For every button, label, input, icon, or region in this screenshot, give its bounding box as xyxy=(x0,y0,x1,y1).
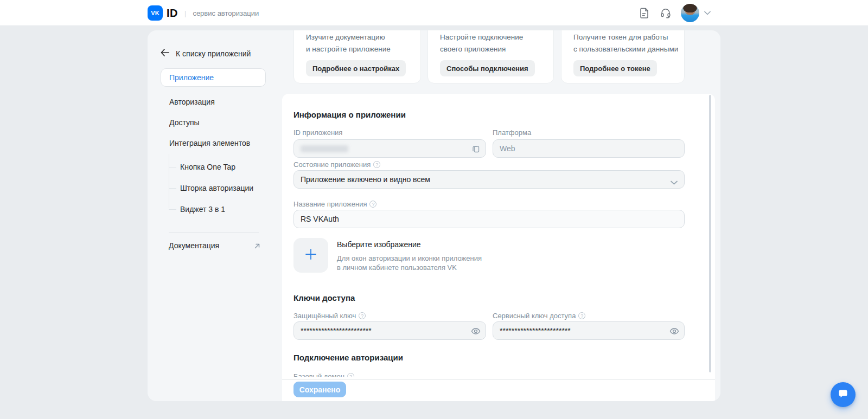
sidebar-item-one-tap-button[interactable]: Кнопка One Tap xyxy=(180,163,235,171)
back-to-apps-link[interactable]: К списку приложений xyxy=(161,49,251,58)
app-state-value: Приложение включено и видно всем xyxy=(301,175,430,184)
main-panel: К списку приложений Приложение Авторизац… xyxy=(148,30,720,401)
promo-card-connection: Настройте подключение своего приложения … xyxy=(427,30,554,83)
footer-divider xyxy=(282,379,715,380)
card-text: с пользовательскими данными xyxy=(573,45,678,53)
secure-key-label: Защищённый ключ xyxy=(293,312,366,320)
external-link-icon[interactable] xyxy=(254,242,260,252)
card-text: Изучите документацию xyxy=(306,33,385,41)
sidebar-item-documentation[interactable]: Документация xyxy=(169,241,219,250)
platform-label: Платформа xyxy=(493,128,531,137)
card-text: Получите токен для работы xyxy=(573,33,668,41)
vk-logo-text: VK xyxy=(151,10,159,16)
app-name-label: Название приложения xyxy=(293,200,376,208)
app-header: VK ID | сервис авторизации xyxy=(0,0,868,26)
service-key-label: Сервисный ключ доступа xyxy=(493,312,585,320)
token-details-button[interactable]: Подробнее о токене xyxy=(573,60,657,76)
copy-icon[interactable] xyxy=(471,144,481,154)
sidebar-item-integration[interactable]: Интеграция элементов xyxy=(169,139,250,147)
tree-connector-line xyxy=(169,154,169,208)
header-actions xyxy=(639,0,711,26)
chevron-down-icon[interactable] xyxy=(704,11,711,15)
sidebar-item-application[interactable]: Приложение xyxy=(161,68,266,87)
tree-connector-stub xyxy=(169,209,176,210)
section-title-access-keys: Ключи доступа xyxy=(293,293,355,302)
save-button[interactable]: Сохранено xyxy=(293,382,346,397)
app-settings-form: Информация о приложении ID приложения Пл… xyxy=(282,94,715,401)
sidebar-item-access[interactable]: Доступы xyxy=(169,118,200,127)
help-icon[interactable] xyxy=(369,201,376,208)
app-state-label: Состояние приложения xyxy=(293,160,380,169)
app-name-field[interactable] xyxy=(293,210,685,228)
clipped-field-label: Базовый домен xyxy=(293,372,510,377)
promo-card-settings: Изучите документацию и настройте приложе… xyxy=(293,30,421,83)
sidebar-divider xyxy=(169,232,259,233)
service-key-field[interactable]: ************************ xyxy=(493,321,685,340)
back-arrow-icon xyxy=(161,49,169,58)
card-text: своего приложения xyxy=(440,45,506,53)
section-title-app-info: Информация о приложении xyxy=(293,110,406,119)
platform-field[interactable] xyxy=(493,139,685,158)
section-title-auth-connection: Подключение авторизации xyxy=(293,353,403,362)
chat-support-button[interactable] xyxy=(831,382,856,407)
logo-group: VK ID | сервис авторизации xyxy=(148,0,259,26)
chat-bubble-icon xyxy=(837,388,849,402)
settings-details-button[interactable]: Подробнее о настройках xyxy=(306,60,406,76)
upload-title: Выберите изображение xyxy=(337,240,421,249)
headphones-icon[interactable] xyxy=(660,7,672,19)
vk-logo[interactable]: VK xyxy=(148,5,163,21)
help-icon[interactable] xyxy=(373,161,380,168)
sidebar-item-auth-sheet[interactable]: Шторка авторизации xyxy=(180,184,253,192)
eye-icon[interactable] xyxy=(669,326,679,336)
sidebar-item-authorization[interactable]: Авторизация xyxy=(169,98,215,106)
service-subtitle: сервис авторизации xyxy=(193,9,259,17)
secure-key-field[interactable]: ************************ xyxy=(293,321,486,340)
tree-connector-stub xyxy=(169,167,176,167)
sidebar-item-widget-3in1[interactable]: Виджет 3 в 1 xyxy=(180,205,225,214)
upload-description: в личном кабинете пользователя VK xyxy=(337,263,457,272)
service-key-value: ************************ xyxy=(500,326,571,335)
sidebar-item-label: Приложение xyxy=(169,73,214,82)
redacted-app-id-value xyxy=(301,145,348,152)
app-id-label: ID приложения xyxy=(293,128,342,137)
upload-description: Для окон авторизации и иконки приложения xyxy=(337,254,482,262)
avatar[interactable] xyxy=(681,4,699,22)
plus-icon xyxy=(304,247,318,263)
help-icon xyxy=(347,373,354,377)
help-icon[interactable] xyxy=(359,312,366,319)
app-state-select[interactable]: Приложение включено и видно всем xyxy=(293,170,685,189)
card-text: Настройте подключение xyxy=(440,33,523,41)
scrollbar-thumb[interactable] xyxy=(709,95,711,372)
tree-connector-stub xyxy=(169,188,176,189)
logo-separator: | xyxy=(184,9,186,17)
vk-id-logo-text: ID xyxy=(167,7,178,20)
app-id-field[interactable] xyxy=(293,139,486,158)
image-upload-tile[interactable] xyxy=(293,238,328,273)
secure-key-value: ************************ xyxy=(301,326,372,335)
connection-methods-button[interactable]: Способы подключения xyxy=(440,60,535,76)
promo-card-token: Получите токен для работы с пользователь… xyxy=(561,30,685,83)
eye-icon[interactable] xyxy=(471,326,481,336)
card-text: и настройте приложение xyxy=(306,45,391,53)
back-link-label: К списку приложений xyxy=(176,49,251,58)
help-icon[interactable] xyxy=(578,312,585,319)
document-icon[interactable] xyxy=(639,7,650,19)
chevron-down-icon xyxy=(671,178,678,186)
